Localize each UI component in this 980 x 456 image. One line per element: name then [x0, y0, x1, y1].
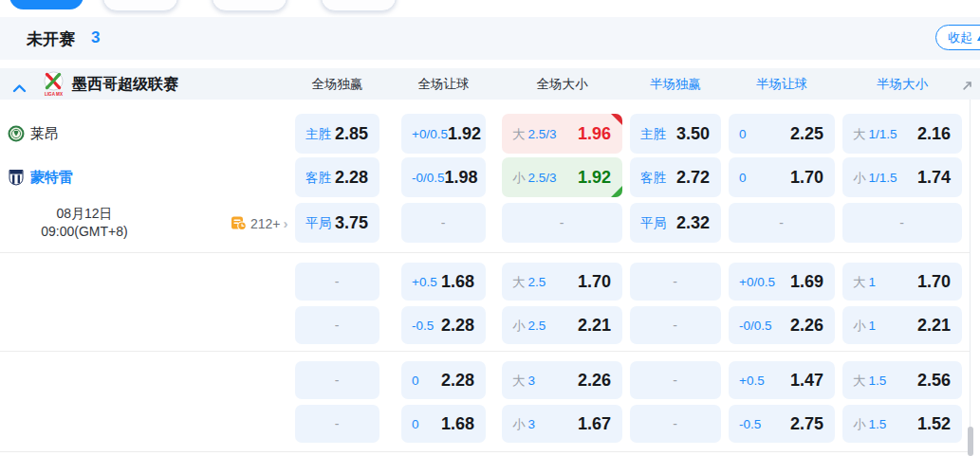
- odds-cell[interactable]: 01.70: [729, 157, 835, 197]
- odds-cell[interactable]: -0.52.28: [401, 306, 486, 344]
- column-header[interactable]: 半场独赢: [630, 68, 721, 100]
- odds-cell[interactable]: +0.51.68: [401, 263, 486, 301]
- odds-cell[interactable]: 小2.5/31.92: [502, 157, 622, 197]
- odds-direction-label: 小: [512, 417, 526, 431]
- odds-direction-label: 小: [853, 319, 866, 333]
- odds-handicap-label: 小1.5: [853, 415, 886, 433]
- odds-handicap-label: 大1: [853, 273, 876, 291]
- column-header[interactable]: 全场独赢: [295, 68, 379, 100]
- odds-cell[interactable]: -0/0.52.26: [729, 306, 835, 344]
- odds-cell[interactable]: 主胜2.85: [295, 114, 379, 154]
- odds-line-label: 2.5/3: [528, 171, 557, 185]
- column-header[interactable]: 全场让球: [401, 68, 486, 100]
- bottom-divider: [0, 451, 970, 452]
- top-tab-pill-active[interactable]: [9, 0, 83, 9]
- odds-cell[interactable]: 客胜2.28: [295, 157, 379, 197]
- odds-line-label: +0/0.5: [739, 275, 775, 289]
- top-tab-pill[interactable]: [321, 0, 397, 11]
- odds-handicap-label: 大2.5: [512, 273, 545, 291]
- odds-row: 莱昂主胜2.85+0/0.51.92大2.5/31.96主胜3.5002.25大…: [0, 114, 980, 154]
- odds-cell[interactable]: 小2.52.21: [502, 306, 622, 344]
- column-header[interactable]: 半场让球: [729, 68, 835, 100]
- pin-arrow-icon[interactable]: [962, 78, 973, 95]
- odds-handicap-label: 大1/1.5: [853, 125, 897, 143]
- odds-handicap-label: +0.5: [739, 372, 765, 389]
- collapse-button[interactable]: 收起: [935, 25, 980, 50]
- top-tab-pill[interactable]: [102, 0, 178, 11]
- league-name: 墨西哥超级联赛: [72, 68, 178, 100]
- odds-line-label: 主胜: [305, 127, 331, 141]
- odds-cell[interactable]: 小1.51.52: [842, 405, 962, 443]
- odds-cell[interactable]: -: [295, 306, 379, 344]
- odds-cell[interactable]: +0/0.51.69: [729, 263, 835, 301]
- team-name: 蒙特雷: [30, 169, 73, 187]
- odds-cell[interactable]: 大32.26: [502, 361, 622, 399]
- odds-cell[interactable]: -: [401, 203, 486, 243]
- odds-value: 1.96: [578, 124, 611, 144]
- odds-value: 1.70: [917, 272, 951, 292]
- odds-handicap-label: 小2.5: [512, 317, 545, 335]
- odds-value: 1.98: [445, 168, 478, 188]
- odds-cell[interactable]: -: [630, 361, 721, 399]
- odds-cell[interactable]: -: [295, 361, 379, 399]
- odds-handicap-label: 大2.5/3: [512, 125, 557, 143]
- odds-handicap-label: 主胜: [305, 125, 331, 143]
- odds-cell[interactable]: -: [630, 306, 721, 344]
- odds-cell[interactable]: -: [630, 405, 721, 443]
- odds-cell[interactable]: -: [729, 203, 835, 243]
- odds-cell[interactable]: -: [630, 263, 721, 301]
- odds-cell[interactable]: +0.51.47: [729, 361, 835, 399]
- column-header[interactable]: 半场大小: [842, 68, 962, 100]
- odds-cell[interactable]: 小12.21: [842, 306, 962, 344]
- odds-cell[interactable]: 大2.5/31.96: [502, 114, 622, 154]
- odds-empty-dash: -: [560, 215, 564, 230]
- odds-cell[interactable]: 客胜2.72: [630, 157, 721, 197]
- odds-row: -01.68小31.67--0.52.75小1.51.52: [0, 405, 980, 443]
- odds-handicap-label: 平局: [640, 214, 666, 232]
- odds-cell[interactable]: -: [295, 405, 379, 443]
- odds-value: 1.68: [441, 414, 474, 434]
- odds-empty-dash: -: [441, 215, 446, 230]
- odds-handicap-label: 客胜: [640, 169, 666, 187]
- odds-cell[interactable]: 02.28: [401, 361, 486, 399]
- more-markets-link[interactable]: 212+›: [231, 215, 288, 231]
- odds-cell[interactable]: -0.52.75: [729, 405, 835, 443]
- column-header[interactable]: 全场大小: [502, 68, 622, 100]
- odds-line-label: 1/1.5: [869, 127, 897, 141]
- odds-cell[interactable]: 小31.67: [502, 405, 622, 443]
- chevron-up-icon[interactable]: [12, 80, 27, 97]
- odds-value: 2.21: [578, 316, 611, 336]
- odds-cell[interactable]: 大2.51.70: [502, 263, 622, 301]
- odds-cell[interactable]: -0/0.51.98: [401, 157, 486, 197]
- vertical-scrollbar-thumb[interactable]: [968, 427, 973, 456]
- home-team: 莱昂: [8, 114, 59, 154]
- odds-cell[interactable]: 01.68: [401, 405, 486, 443]
- odds-empty-dash: -: [673, 318, 677, 333]
- odds-cell[interactable]: 小1/1.51.74: [842, 157, 962, 197]
- odds-empty-dash: -: [673, 416, 677, 431]
- odds-cell[interactable]: 平局2.32: [630, 203, 721, 243]
- odds-line-label: +0.5: [412, 275, 437, 289]
- odds-value: 1.68: [441, 272, 474, 292]
- odds-cell[interactable]: 02.25: [729, 114, 835, 154]
- odds-empty-dash: -: [899, 215, 904, 230]
- odds-cell[interactable]: 大1/1.52.16: [842, 114, 962, 154]
- odds-value: 1.74: [917, 168, 951, 188]
- odds-cell[interactable]: 大1.52.56: [842, 361, 962, 399]
- odds-row: -+0.51.68大2.51.70-+0/0.51.69大11.70: [0, 263, 980, 301]
- right-border-line: [970, 100, 971, 452]
- odds-line-label: -0.5: [412, 319, 434, 333]
- odds-cell[interactable]: -: [842, 203, 962, 243]
- odds-handicap-label: +0.5: [412, 273, 437, 290]
- odds-cell[interactable]: 主胜3.50: [630, 114, 721, 154]
- odds-cell[interactable]: 大11.70: [842, 263, 962, 301]
- odds-cell[interactable]: -: [295, 263, 379, 301]
- odds-direction-label: 大: [512, 127, 526, 141]
- odds-cell[interactable]: +0/0.51.92: [401, 114, 486, 154]
- odds-direction-label: 大: [512, 275, 526, 289]
- odds-page: 未开赛 3 收起 LIGA MX 墨西哥超级联赛 全场独赢全场让球全场大小半场独…: [0, 0, 980, 456]
- odds-cell[interactable]: 平局3.75: [295, 203, 379, 243]
- odds-cell[interactable]: -: [502, 203, 622, 243]
- odds-handicap-label: 小2.5/3: [512, 169, 557, 187]
- top-tab-pill[interactable]: [212, 0, 287, 11]
